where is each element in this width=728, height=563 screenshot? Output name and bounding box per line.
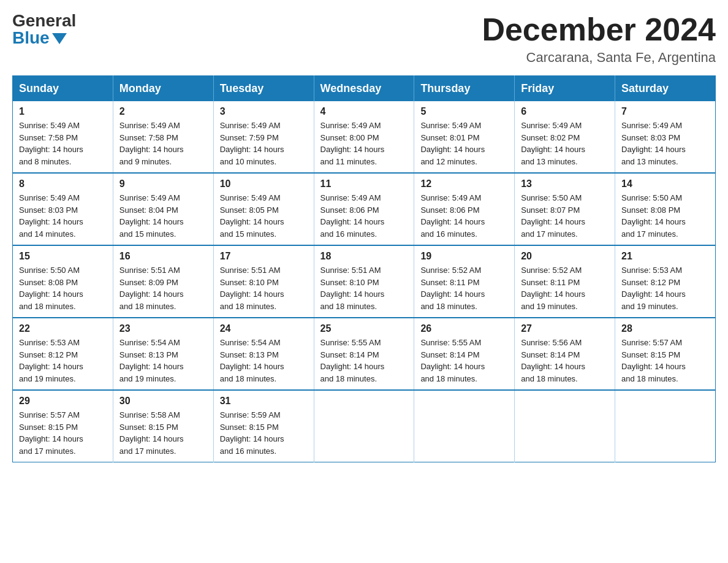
calendar-table: Sunday Monday Tuesday Wednesday Thursday… [12,75,716,462]
day-info: Sunrise: 5:51 AM Sunset: 8:10 PM Dayligh… [320,264,408,312]
day-info: Sunrise: 5:49 AM Sunset: 8:05 PM Dayligh… [220,192,308,240]
week-row-3: 15 Sunrise: 5:50 AM Sunset: 8:08 PM Dayl… [13,245,716,318]
table-row: 14 Sunrise: 5:50 AM Sunset: 8:08 PM Dayl… [615,173,716,245]
table-row: 6 Sunrise: 5:49 AM Sunset: 8:02 PM Dayli… [515,101,615,173]
day-number: 18 [320,251,408,262]
day-info: Sunrise: 5:49 AM Sunset: 7:59 PM Dayligh… [220,120,308,167]
day-info: Sunrise: 5:49 AM Sunset: 8:04 PM Dayligh… [119,192,207,240]
day-number: 15 [19,251,107,262]
day-number: 31 [220,396,308,407]
table-row: 18 Sunrise: 5:51 AM Sunset: 8:10 PM Dayl… [314,245,414,318]
header-tuesday: Tuesday [213,76,314,102]
table-row: 8 Sunrise: 5:49 AM Sunset: 8:03 PM Dayli… [13,173,113,245]
day-number: 23 [119,323,207,334]
day-info: Sunrise: 5:49 AM Sunset: 8:03 PM Dayligh… [19,192,107,240]
day-number: 11 [320,178,408,190]
header-saturday: Saturday [615,76,716,102]
day-number: 1 [19,106,107,117]
table-row: 20 Sunrise: 5:52 AM Sunset: 8:11 PM Dayl… [515,245,615,318]
day-number: 22 [19,323,107,334]
day-info: Sunrise: 5:52 AM Sunset: 8:11 PM Dayligh… [420,264,508,312]
table-row: 11 Sunrise: 5:49 AM Sunset: 8:06 PM Dayl… [314,173,414,245]
day-info: Sunrise: 5:55 AM Sunset: 8:14 PM Dayligh… [420,337,508,385]
day-info: Sunrise: 5:51 AM Sunset: 8:09 PM Dayligh… [119,264,207,312]
table-row: 31 Sunrise: 5:59 AM Sunset: 8:15 PM Dayl… [213,390,314,462]
day-info: Sunrise: 5:55 AM Sunset: 8:14 PM Dayligh… [320,337,408,385]
day-info: Sunrise: 5:49 AM Sunset: 8:06 PM Dayligh… [320,192,408,240]
day-info: Sunrise: 5:51 AM Sunset: 8:10 PM Dayligh… [220,264,308,312]
day-number: 16 [119,251,207,262]
day-info: Sunrise: 5:53 AM Sunset: 8:12 PM Dayligh… [621,264,709,312]
table-row [615,390,716,462]
table-row: 29 Sunrise: 5:57 AM Sunset: 8:15 PM Dayl… [13,390,113,462]
day-info: Sunrise: 5:54 AM Sunset: 8:13 PM Dayligh… [119,337,207,385]
day-info: Sunrise: 5:58 AM Sunset: 8:15 PM Dayligh… [119,409,207,457]
table-row: 7 Sunrise: 5:49 AM Sunset: 8:03 PM Dayli… [615,101,716,173]
day-number: 13 [521,178,609,190]
week-row-5: 29 Sunrise: 5:57 AM Sunset: 8:15 PM Dayl… [13,390,716,462]
table-row [515,390,615,462]
day-info: Sunrise: 5:54 AM Sunset: 8:13 PM Dayligh… [220,337,308,385]
day-number: 6 [521,106,609,117]
week-row-4: 22 Sunrise: 5:53 AM Sunset: 8:12 PM Dayl… [13,318,716,390]
table-row: 25 Sunrise: 5:55 AM Sunset: 8:14 PM Dayl… [314,318,414,390]
day-info: Sunrise: 5:50 AM Sunset: 8:08 PM Dayligh… [621,192,709,240]
table-row [414,390,515,462]
logo-triangle-icon [52,33,67,44]
day-number: 24 [220,323,308,334]
day-info: Sunrise: 5:49 AM Sunset: 8:02 PM Dayligh… [521,120,609,167]
table-row: 30 Sunrise: 5:58 AM Sunset: 8:15 PM Dayl… [113,390,213,462]
month-year-title: December 2024 [482,12,716,47]
day-number: 7 [621,106,709,117]
day-number: 27 [521,323,609,334]
day-info: Sunrise: 5:49 AM Sunset: 8:03 PM Dayligh… [621,120,709,167]
table-row: 13 Sunrise: 5:50 AM Sunset: 8:07 PM Dayl… [515,173,615,245]
logo: General Blue [12,12,76,47]
day-info: Sunrise: 5:57 AM Sunset: 8:15 PM Dayligh… [19,409,107,457]
table-row: 12 Sunrise: 5:49 AM Sunset: 8:06 PM Dayl… [414,173,515,245]
table-row: 22 Sunrise: 5:53 AM Sunset: 8:12 PM Dayl… [13,318,113,390]
table-row: 27 Sunrise: 5:56 AM Sunset: 8:14 PM Dayl… [515,318,615,390]
day-info: Sunrise: 5:56 AM Sunset: 8:14 PM Dayligh… [521,337,609,385]
table-row: 15 Sunrise: 5:50 AM Sunset: 8:08 PM Dayl… [13,245,113,318]
table-row: 17 Sunrise: 5:51 AM Sunset: 8:10 PM Dayl… [213,245,314,318]
day-info: Sunrise: 5:57 AM Sunset: 8:15 PM Dayligh… [621,337,709,385]
day-number: 25 [320,323,408,334]
table-row: 28 Sunrise: 5:57 AM Sunset: 8:15 PM Dayl… [615,318,716,390]
table-row: 2 Sunrise: 5:49 AM Sunset: 7:58 PM Dayli… [113,101,213,173]
header-friday: Friday [515,76,615,102]
day-number: 12 [420,178,508,190]
day-number: 17 [220,251,308,262]
day-info: Sunrise: 5:50 AM Sunset: 8:07 PM Dayligh… [521,192,609,240]
header-monday: Monday [113,76,213,102]
table-row: 4 Sunrise: 5:49 AM Sunset: 8:00 PM Dayli… [314,101,414,173]
table-row: 16 Sunrise: 5:51 AM Sunset: 8:09 PM Dayl… [113,245,213,318]
table-row: 21 Sunrise: 5:53 AM Sunset: 8:12 PM Dayl… [615,245,716,318]
day-info: Sunrise: 5:49 AM Sunset: 7:58 PM Dayligh… [119,120,207,167]
day-number: 14 [621,178,709,190]
day-info: Sunrise: 5:49 AM Sunset: 8:01 PM Dayligh… [420,120,508,167]
day-number: 5 [420,106,508,117]
header-thursday: Thursday [414,76,515,102]
logo-blue-text: Blue [12,29,67,47]
header-sunday: Sunday [13,76,113,102]
week-row-2: 8 Sunrise: 5:49 AM Sunset: 8:03 PM Dayli… [13,173,716,245]
day-number: 10 [220,178,308,190]
day-number: 2 [119,106,207,117]
day-info: Sunrise: 5:49 AM Sunset: 7:58 PM Dayligh… [19,120,107,167]
table-row: 19 Sunrise: 5:52 AM Sunset: 8:11 PM Dayl… [414,245,515,318]
day-number: 20 [521,251,609,262]
day-number: 8 [19,178,107,190]
logo-general-text: General [12,12,76,29]
day-info: Sunrise: 5:50 AM Sunset: 8:08 PM Dayligh… [19,264,107,312]
table-row: 1 Sunrise: 5:49 AM Sunset: 7:58 PM Dayli… [13,101,113,173]
weekday-header-row: Sunday Monday Tuesday Wednesday Thursday… [13,76,716,102]
day-number: 19 [420,251,508,262]
table-row: 26 Sunrise: 5:55 AM Sunset: 8:14 PM Dayl… [414,318,515,390]
location-subtitle: Carcarana, Santa Fe, Argentina [482,50,716,66]
week-row-1: 1 Sunrise: 5:49 AM Sunset: 7:58 PM Dayli… [13,101,716,173]
table-row: 23 Sunrise: 5:54 AM Sunset: 8:13 PM Dayl… [113,318,213,390]
day-number: 4 [320,106,408,117]
day-number: 21 [621,251,709,262]
day-number: 29 [19,396,107,407]
